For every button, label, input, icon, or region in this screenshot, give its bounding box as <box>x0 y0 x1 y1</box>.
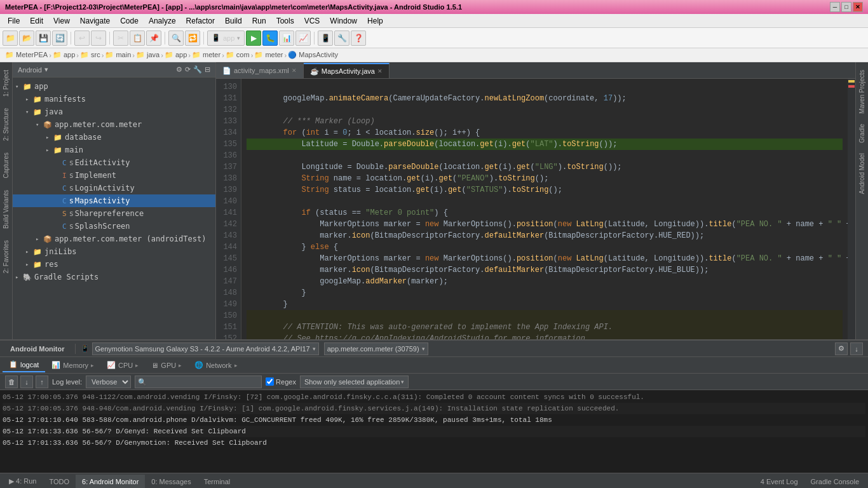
menu-refactor[interactable]: Refactor <box>181 15 220 27</box>
profile-button[interactable]: 📈 <box>295 30 311 46</box>
log-up-btn[interactable]: ↑ <box>36 376 48 388</box>
save-button[interactable]: 💾 <box>36 30 51 46</box>
log-tab-cpu[interactable]: 📈 CPU ▸ <box>100 358 145 372</box>
menu-edit[interactable]: Edit <box>25 15 48 27</box>
avd-button[interactable]: 📱 <box>318 30 333 46</box>
bc-meterPEA[interactable]: 📁 MeterPEA <box>5 51 48 59</box>
tab-captures[interactable]: Captures <box>1 147 11 184</box>
bc-src[interactable]: 📁 src <box>80 51 100 59</box>
maximize-button[interactable]: □ <box>841 2 851 12</box>
tree-implement[interactable]: I s Implement <box>13 169 215 182</box>
sync-button[interactable]: 🔄 <box>52 30 67 46</box>
bc-com[interactable]: 📁 com <box>226 51 250 59</box>
tree-manifests[interactable]: ▸ 📁 manifests <box>13 93 215 105</box>
close-button[interactable]: ✕ <box>853 2 863 12</box>
bc-mapsactivity[interactable]: 🔵 MapsActivity <box>288 51 338 59</box>
bc-meter[interactable]: 📁 meter <box>192 51 220 59</box>
tree-main[interactable]: ▸ 📁 main <box>13 144 215 156</box>
bc-main[interactable]: 📁 main <box>105 51 131 59</box>
tree-java[interactable]: ▾ 📁 java <box>13 105 215 118</box>
menu-analyze[interactable]: Analyze <box>144 15 181 27</box>
app-selector[interactable]: app.meter.com.meter (30759) ▾ <box>324 342 428 355</box>
tree-jnilibs[interactable]: ▸ 📁 jniLibs <box>13 245 215 258</box>
project-panel-dropdown[interactable]: ▾ <box>44 65 48 74</box>
app-selector[interactable]: 📱 app ▾ <box>207 30 245 46</box>
java-tab-close[interactable]: ✕ <box>377 68 383 74</box>
tab-gradle[interactable]: Gradle <box>857 119 867 148</box>
tab-build-variants[interactable]: Build Variants <box>1 185 11 234</box>
tab-android-model[interactable]: Android Model <box>857 148 867 199</box>
tab-maps-activity-java[interactable]: ☕ MapsActivity.java ✕ <box>304 63 390 78</box>
log-clear-btn[interactable]: 🗑 <box>5 376 18 388</box>
tree-package-test[interactable]: ▸ 📦 app.meter.com.meter (androidTest) <box>13 233 215 245</box>
tree-share[interactable]: S s Sharepreference <box>13 207 215 220</box>
tab-todo[interactable]: TODO <box>43 475 76 489</box>
tab-event-log[interactable]: 4 Event Log <box>754 475 804 489</box>
tab-structure[interactable]: 2: Structure <box>1 103 11 146</box>
menu-vcs[interactable]: VCS <box>299 15 325 27</box>
menu-help[interactable]: Help <box>362 15 388 27</box>
bc-app2[interactable]: 📁 app <box>165 51 187 59</box>
replace-button[interactable]: 🔁 <box>185 30 200 46</box>
log-search-input[interactable] <box>135 376 262 388</box>
device-selector[interactable]: Genymotion Samsung Galaxy S3 - 4.2.2 - A… <box>92 342 319 355</box>
tree-res[interactable]: ▸ 📁 res <box>13 258 215 271</box>
tree-database[interactable]: ▸ 📁 database <box>13 131 215 144</box>
run-button[interactable]: ▶ <box>246 30 261 46</box>
tab-android-monitor[interactable]: 6: Android Monitor <box>76 475 145 489</box>
tab-gradle-console[interactable]: Gradle Console <box>804 475 865 489</box>
sdk-button[interactable]: 🔧 <box>334 30 349 46</box>
tree-splash[interactable]: C s SplashScreen <box>13 220 215 233</box>
log-tab-network[interactable]: 🌐 Network ▸ <box>188 358 243 372</box>
paste-button[interactable]: 📌 <box>146 30 161 46</box>
redo-button[interactable]: ↪ <box>91 30 106 46</box>
bc-app[interactable]: 📁 app <box>53 51 75 59</box>
project-sync-icon[interactable]: ⟳ <box>185 65 191 74</box>
undo-button[interactable]: ↩ <box>74 30 90 46</box>
tree-package[interactable]: ▾ 📦 app.meter.com.meter <box>13 118 215 131</box>
tab-terminal[interactable]: Terminal <box>198 475 237 489</box>
menu-code[interactable]: Code <box>115 15 144 27</box>
log-content[interactable]: 05-12 17:00:05.376 948-1122/com.android.… <box>0 390 868 473</box>
menu-run[interactable]: Run <box>247 15 271 27</box>
copy-button[interactable]: 📋 <box>130 30 145 46</box>
cut-button[interactable]: ✂ <box>113 30 128 46</box>
log-tab-memory[interactable]: 📊 Memory ▸ <box>45 358 100 372</box>
tree-app[interactable]: ▾ 📁 app <box>13 80 215 93</box>
log-level-select[interactable]: Verbose Debug Info Warn Error <box>86 376 131 388</box>
bc-java[interactable]: 📁 java <box>136 51 159 59</box>
find-button[interactable]: 🔍 <box>168 30 184 46</box>
tree-edit-activity[interactable]: C s EditActivity <box>13 156 215 169</box>
tree-login[interactable]: C s LoginActivity <box>13 182 215 194</box>
project-config-icon[interactable]: 🔧 <box>193 65 202 74</box>
menu-build[interactable]: Build <box>220 15 247 27</box>
monitor-download-btn[interactable]: ↓ <box>850 342 863 355</box>
debug-button[interactable]: 🐛 <box>262 30 278 46</box>
help-button[interactable]: ❓ <box>351 30 366 46</box>
menu-navigate[interactable]: Navigate <box>75 15 115 27</box>
tree-gradle[interactable]: ▸ 🐘 Gradle Scripts <box>13 271 215 283</box>
tab-messages[interactable]: 0: Messages <box>145 475 197 489</box>
monitor-settings-btn[interactable]: ⚙ <box>835 342 848 355</box>
xml-tab-close[interactable]: ✕ <box>292 67 297 74</box>
new-button[interactable]: 📁 <box>3 30 18 46</box>
tab-run[interactable]: ▶ 4: Run <box>3 475 43 489</box>
log-scroll-btn[interactable]: ↓ <box>20 376 33 388</box>
coverage-button[interactable]: 📊 <box>279 30 294 46</box>
tree-maps[interactable]: C s MapsActivity <box>13 194 215 207</box>
tab-maven[interactable]: Maven Projects <box>857 65 867 119</box>
project-collapse-icon[interactable]: ⊟ <box>205 65 210 74</box>
show-selected-btn[interactable]: Show only selected application ▾ <box>300 376 409 388</box>
code-editor[interactable]: 130 131 132 133 134 135 136 137 138 139 … <box>216 79 855 339</box>
log-tab-gpu[interactable]: 🖥 GPU ▸ <box>145 358 188 372</box>
regex-checkbox[interactable] <box>266 377 274 386</box>
menu-window[interactable]: Window <box>325 15 362 27</box>
menu-view[interactable]: View <box>48 15 75 27</box>
tab-activity-maps-xml[interactable]: 📄 activity_maps.xml ✕ <box>216 63 304 78</box>
bc-meter2[interactable]: 📁 meter <box>254 51 283 59</box>
tab-favorites[interactable]: 2: Favorites <box>1 235 11 278</box>
menu-tools[interactable]: Tools <box>271 15 299 27</box>
menu-file[interactable]: File <box>3 15 25 27</box>
tab-project[interactable]: 1: Project <box>1 65 11 102</box>
code-content[interactable]: googleMap.animateCamera(CameraUpdateFact… <box>241 79 848 339</box>
